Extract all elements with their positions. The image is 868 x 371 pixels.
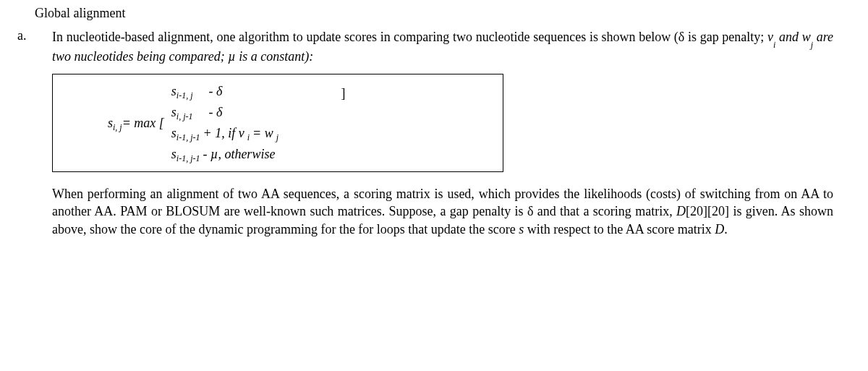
subscript: i — [773, 40, 775, 50]
var-s: s — [171, 145, 176, 164]
subscript: i, j-1 — [176, 110, 193, 123]
subscript: i — [247, 131, 250, 144]
intro-paragraph: In nucleotide-based alignment, one algor… — [52, 28, 833, 65]
subscript: i, j — [113, 122, 122, 133]
subscript: j — [811, 40, 813, 50]
section-heading: Global alignment — [35, 6, 833, 21]
right-bracket: ] — [341, 84, 345, 103]
subscript: i-1, j-1 — [176, 131, 200, 144]
text-italic: D — [676, 204, 686, 218]
var-s: s — [171, 124, 176, 143]
document-page: Global alignment a. In nucleotide-based … — [0, 0, 868, 244]
term: - δ — [209, 103, 223, 122]
list-item: a. In nucleotide-based alignment, one al… — [14, 28, 833, 238]
var-s: s — [171, 103, 176, 122]
item-content: In nucleotide-based alignment, one algor… — [52, 28, 833, 238]
text: . — [724, 222, 728, 236]
followup-paragraph: When performing an alignment of two AA s… — [52, 185, 833, 238]
var-s: s — [108, 116, 113, 131]
formula-lhs: s i, j = max [ — [108, 116, 164, 131]
term: - µ, otherwise — [203, 145, 276, 164]
case-row: s i, j-1 - δ ] — [171, 103, 346, 122]
term: = w — [252, 124, 273, 143]
eq-max: = max [ — [122, 116, 164, 131]
term: + 1, if v — [203, 124, 244, 143]
case-row: s i-1, j-1 - µ, otherwise — [171, 145, 346, 164]
text-italic: v — [767, 30, 773, 44]
var-s: s — [171, 82, 176, 101]
term: - δ — [209, 82, 223, 101]
text-italic: and w — [775, 30, 810, 44]
subscript: i-1, j-1 — [176, 152, 200, 165]
text-italic: D — [715, 222, 724, 236]
subscript: i-1, j — [176, 89, 193, 102]
case-row: s i-1, j - δ — [171, 82, 346, 101]
formula: s i, j = max [ s i-1, j - δ — [64, 82, 491, 164]
formula-box: s i, j = max [ s i-1, j - δ — [52, 74, 503, 172]
text: with respect to the AA score matrix — [524, 222, 715, 236]
subscript: j — [276, 131, 278, 144]
formula-cases: s i-1, j - δ s i, j-1 — [171, 82, 346, 164]
item-marker: a. — [14, 28, 52, 43]
case-row: s i-1, j-1 + 1, if vi= wj — [171, 124, 346, 143]
text: In nucleotide-based alignment, one algor… — [52, 30, 767, 44]
